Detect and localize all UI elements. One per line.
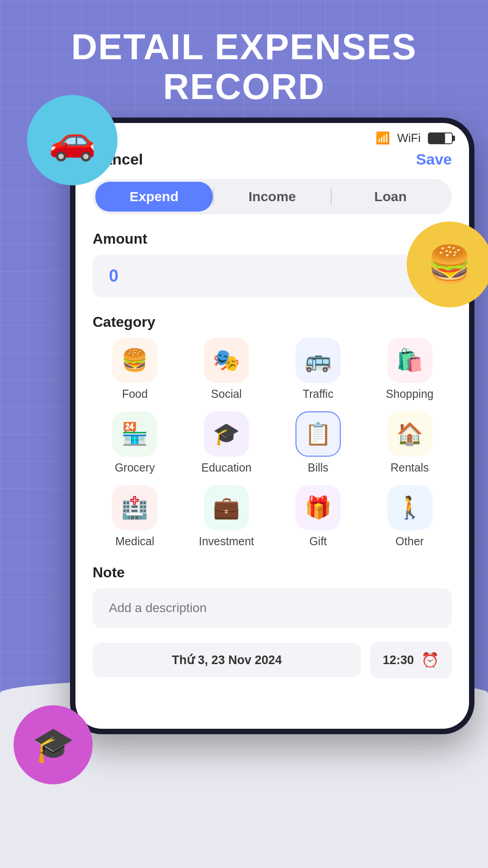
time-value: 12:30	[383, 653, 414, 667]
category-item-education[interactable]: 🎓Education	[184, 411, 269, 474]
category-icon-shopping: 🛍️	[387, 338, 432, 383]
time-picker[interactable]: 12:30 ⏰	[370, 642, 452, 679]
category-icon-gift: 🎁	[296, 485, 341, 530]
app-content: Cancel Save Expend Income Loan Amount 0 …	[75, 145, 469, 697]
tab-income[interactable]: Income	[214, 182, 331, 212]
wifi-icon: WiFi	[397, 131, 421, 145]
float-food-icon: 🍔	[407, 222, 488, 307]
category-label-social: Social	[211, 387, 242, 401]
float-edu-icon: 🎓	[14, 705, 93, 784]
category-item-social[interactable]: 🎭Social	[184, 338, 269, 401]
category-icon-food: 🍔	[112, 338, 157, 383]
category-label-traffic: Traffic	[303, 387, 333, 401]
category-icon-investment: 💼	[204, 485, 249, 530]
phone-body: 📶 WiFi Cancel Save Expend Income	[70, 118, 474, 734]
category-label-bills: Bills	[308, 461, 328, 474]
category-icon-grocery: 🏪	[112, 411, 157, 457]
category-item-investment[interactable]: 💼Investment	[184, 485, 269, 548]
category-item-rentals[interactable]: 🏠Rentals	[367, 411, 452, 474]
clock-icon: ⏰	[421, 651, 439, 669]
category-label-rentals: Rentals	[390, 461, 429, 474]
category-label-investment: Investment	[199, 535, 254, 548]
save-button[interactable]: Save	[416, 151, 452, 168]
category-label-medical: Medical	[115, 535, 154, 548]
battery-icon	[428, 132, 453, 144]
amount-input-row[interactable]: 0 vnd	[93, 255, 452, 297]
category-item-grocery[interactable]: 🏪Grocery	[93, 411, 177, 474]
signal-icon: 📶	[375, 131, 390, 145]
date-picker[interactable]: Thứ 3, 23 Nov 2024	[93, 643, 361, 677]
category-item-traffic[interactable]: 🚌Traffic	[276, 338, 361, 401]
category-label-other: Other	[395, 535, 424, 548]
tab-expend[interactable]: Expend	[95, 182, 213, 212]
category-item-medical[interactable]: 🏥Medical	[93, 485, 177, 548]
float-car-icon: 🚗	[27, 95, 117, 185]
category-icon-traffic: 🚌	[296, 338, 341, 383]
category-label-education: Education	[202, 461, 252, 474]
category-icon-social: 🎭	[204, 338, 249, 383]
category-label-shopping: Shopping	[386, 387, 434, 401]
phone-mockup: 📶 WiFi Cancel Save Expend Income	[70, 118, 474, 734]
category-item-gift[interactable]: 🎁Gift	[276, 485, 361, 548]
tab-loan[interactable]: Loan	[332, 182, 449, 212]
category-label-food: Food	[122, 387, 148, 401]
category-grid: 🍔Food🎭Social🚌Traffic🛍️Shopping🏪Grocery🎓E…	[93, 338, 452, 548]
category-icon-education: 🎓	[204, 411, 249, 457]
datetime-row: Thứ 3, 23 Nov 2024 12:30 ⏰	[93, 642, 452, 679]
amount-value: 0	[109, 266, 118, 286]
amount-label: Amount	[93, 231, 452, 247]
note-input[interactable]	[93, 588, 452, 628]
category-item-bills[interactable]: 📋Bills	[276, 411, 361, 474]
note-label: Note	[93, 564, 452, 581]
category-icon-other: 🚶	[387, 485, 432, 530]
category-icon-bills: 📋	[296, 411, 341, 457]
tab-switcher: Expend Income Loan	[93, 179, 452, 214]
category-icon-medical: 🏥	[112, 485, 157, 530]
status-bar: 📶 WiFi	[75, 123, 469, 145]
category-item-shopping[interactable]: 🛍️Shopping	[367, 338, 452, 401]
category-label-gift: Gift	[309, 535, 327, 548]
category-label-grocery: Grocery	[115, 461, 155, 474]
category-item-other[interactable]: 🚶Other	[367, 485, 452, 548]
header-row: Cancel Save	[93, 145, 452, 179]
category-label: Category	[93, 314, 452, 330]
phone-screen: 📶 WiFi Cancel Save Expend Income	[75, 123, 469, 729]
category-icon-rentals: 🏠	[387, 411, 432, 457]
category-item-food[interactable]: 🍔Food	[93, 338, 177, 401]
